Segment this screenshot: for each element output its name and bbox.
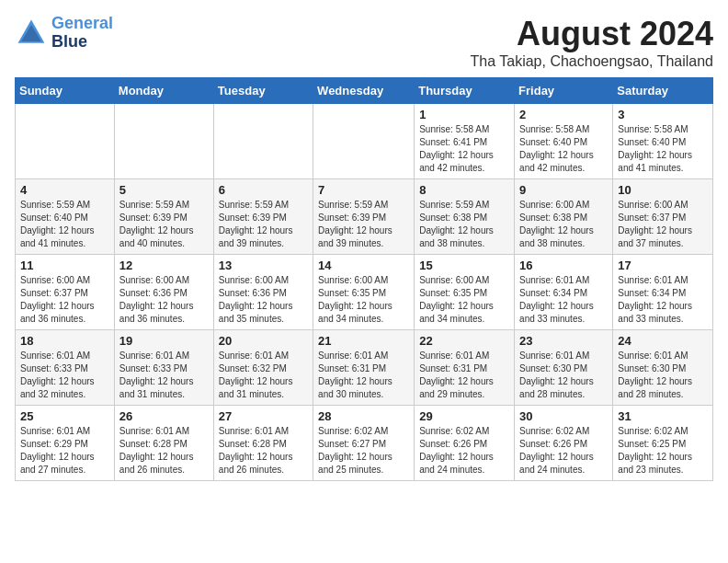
day-info: Sunrise: 6:00 AMSunset: 6:36 PMDaylight:… [219, 274, 308, 326]
calendar-cell: 7Sunrise: 5:59 AMSunset: 6:39 PMDaylight… [313, 179, 415, 255]
day-number: 9 [519, 183, 608, 197]
day-number: 23 [519, 334, 608, 348]
day-number: 1 [419, 108, 509, 121]
calendar-cell: 21Sunrise: 6:01 AMSunset: 6:31 PMDayligh… [313, 330, 415, 406]
day-number: 27 [219, 409, 308, 423]
day-info: Sunrise: 6:01 AMSunset: 6:33 PMDaylight:… [119, 350, 209, 401]
header-friday: Friday [515, 78, 613, 104]
day-info: Sunrise: 5:59 AMSunset: 6:38 PMDaylight:… [419, 199, 509, 250]
calendar-cell [313, 104, 415, 179]
day-number: 2 [519, 108, 608, 121]
header-wednesday: Wednesday [313, 78, 415, 104]
calendar-subtitle: Tha Takiap, Chachoengsao, Thailand [471, 53, 713, 70]
day-number: 26 [119, 409, 209, 423]
header-monday: Monday [114, 78, 213, 104]
day-number: 6 [219, 183, 308, 197]
day-info: Sunrise: 6:02 AMSunset: 6:26 PMDaylight:… [519, 425, 608, 477]
day-number: 25 [20, 409, 109, 423]
day-info: Sunrise: 6:01 AMSunset: 6:34 PMDaylight:… [519, 274, 608, 326]
day-info: Sunrise: 6:01 AMSunset: 6:31 PMDaylight:… [318, 350, 409, 401]
title-block: August 2024 Tha Takiap, Chachoengsao, Th… [471, 15, 713, 70]
day-number: 13 [219, 259, 308, 272]
page-header: General Blue August 2024 Tha Takiap, Cha… [15, 15, 713, 70]
logo-text: General Blue [51, 15, 113, 52]
day-info: Sunrise: 5:58 AMSunset: 6:40 PMDaylight:… [519, 123, 608, 175]
logo: General Blue [15, 15, 113, 52]
day-number: 8 [419, 183, 509, 197]
calendar-cell: 20Sunrise: 6:01 AMSunset: 6:32 PMDayligh… [213, 330, 313, 406]
calendar-table: SundayMondayTuesdayWednesdayThursdayFrid… [15, 77, 713, 481]
calendar-cell: 3Sunrise: 5:58 AMSunset: 6:40 PMDaylight… [613, 104, 713, 179]
day-info: Sunrise: 6:01 AMSunset: 6:32 PMDaylight:… [219, 350, 308, 401]
calendar-cell: 28Sunrise: 6:02 AMSunset: 6:27 PMDayligh… [313, 406, 415, 481]
day-number: 22 [419, 334, 509, 348]
calendar-cell: 17Sunrise: 6:01 AMSunset: 6:34 PMDayligh… [613, 255, 713, 330]
day-number: 24 [618, 334, 708, 348]
day-number: 16 [519, 259, 608, 272]
logo-icon [15, 17, 48, 50]
calendar-cell: 4Sunrise: 5:59 AMSunset: 6:40 PMDaylight… [16, 179, 115, 255]
calendar-cell: 8Sunrise: 5:59 AMSunset: 6:38 PMDaylight… [415, 179, 515, 255]
day-number: 20 [219, 334, 308, 348]
day-info: Sunrise: 6:01 AMSunset: 6:28 PMDaylight:… [119, 425, 209, 477]
day-number: 5 [119, 183, 209, 197]
day-info: Sunrise: 6:01 AMSunset: 6:33 PMDaylight:… [20, 350, 109, 401]
calendar-cell: 14Sunrise: 6:00 AMSunset: 6:35 PMDayligh… [313, 255, 415, 330]
calendar-cell: 15Sunrise: 6:00 AMSunset: 6:35 PMDayligh… [415, 255, 515, 330]
week-row-1: 1Sunrise: 5:58 AMSunset: 6:41 PMDaylight… [16, 104, 713, 179]
week-row-2: 4Sunrise: 5:59 AMSunset: 6:40 PMDaylight… [16, 179, 713, 255]
day-info: Sunrise: 6:00 AMSunset: 6:35 PMDaylight:… [318, 274, 409, 326]
day-info: Sunrise: 5:59 AMSunset: 6:39 PMDaylight:… [318, 199, 409, 250]
day-number: 17 [618, 259, 708, 272]
day-info: Sunrise: 6:02 AMSunset: 6:27 PMDaylight:… [318, 425, 409, 477]
header-saturday: Saturday [613, 78, 713, 104]
day-info: Sunrise: 6:02 AMSunset: 6:26 PMDaylight:… [419, 425, 509, 477]
calendar-cell: 10Sunrise: 6:00 AMSunset: 6:37 PMDayligh… [613, 179, 713, 255]
day-info: Sunrise: 6:01 AMSunset: 6:34 PMDaylight:… [618, 274, 708, 326]
day-number: 29 [419, 409, 509, 423]
calendar-cell: 30Sunrise: 6:02 AMSunset: 6:26 PMDayligh… [515, 406, 613, 481]
header-sunday: Sunday [16, 78, 115, 104]
calendar-cell: 16Sunrise: 6:01 AMSunset: 6:34 PMDayligh… [515, 255, 613, 330]
day-info: Sunrise: 5:59 AMSunset: 6:39 PMDaylight:… [119, 199, 209, 250]
calendar-cell: 31Sunrise: 6:02 AMSunset: 6:25 PMDayligh… [613, 406, 713, 481]
calendar-cell: 2Sunrise: 5:58 AMSunset: 6:40 PMDaylight… [515, 104, 613, 179]
day-info: Sunrise: 5:58 AMSunset: 6:41 PMDaylight:… [419, 123, 509, 175]
day-info: Sunrise: 6:01 AMSunset: 6:30 PMDaylight:… [618, 350, 708, 401]
calendar-cell: 24Sunrise: 6:01 AMSunset: 6:30 PMDayligh… [613, 330, 713, 406]
calendar-cell: 11Sunrise: 6:00 AMSunset: 6:37 PMDayligh… [16, 255, 115, 330]
day-info: Sunrise: 6:00 AMSunset: 6:37 PMDaylight:… [618, 199, 708, 250]
calendar-cell [16, 104, 115, 179]
day-number: 15 [419, 259, 509, 272]
day-info: Sunrise: 5:59 AMSunset: 6:40 PMDaylight:… [20, 199, 109, 250]
calendar-cell: 12Sunrise: 6:00 AMSunset: 6:36 PMDayligh… [114, 255, 213, 330]
day-number: 31 [618, 409, 708, 423]
day-info: Sunrise: 6:02 AMSunset: 6:25 PMDaylight:… [618, 425, 708, 477]
calendar-cell: 1Sunrise: 5:58 AMSunset: 6:41 PMDaylight… [415, 104, 515, 179]
calendar-cell: 6Sunrise: 5:59 AMSunset: 6:39 PMDaylight… [213, 179, 313, 255]
calendar-title: August 2024 [471, 15, 713, 53]
calendar-cell: 26Sunrise: 6:01 AMSunset: 6:28 PMDayligh… [114, 406, 213, 481]
calendar-cell: 22Sunrise: 6:01 AMSunset: 6:31 PMDayligh… [415, 330, 515, 406]
week-row-3: 11Sunrise: 6:00 AMSunset: 6:37 PMDayligh… [16, 255, 713, 330]
day-number: 18 [20, 334, 109, 348]
day-info: Sunrise: 6:01 AMSunset: 6:31 PMDaylight:… [419, 350, 509, 401]
calendar-cell: 27Sunrise: 6:01 AMSunset: 6:28 PMDayligh… [213, 406, 313, 481]
calendar-cell: 9Sunrise: 6:00 AMSunset: 6:38 PMDaylight… [515, 179, 613, 255]
day-number: 7 [318, 183, 409, 197]
calendar-cell: 25Sunrise: 6:01 AMSunset: 6:29 PMDayligh… [16, 406, 115, 481]
calendar-cell [213, 104, 313, 179]
day-number: 3 [618, 108, 708, 121]
day-info: Sunrise: 6:00 AMSunset: 6:35 PMDaylight:… [419, 274, 509, 326]
calendar-cell: 19Sunrise: 6:01 AMSunset: 6:33 PMDayligh… [114, 330, 213, 406]
day-info: Sunrise: 6:00 AMSunset: 6:37 PMDaylight:… [20, 274, 109, 326]
day-number: 10 [618, 183, 708, 197]
day-info: Sunrise: 6:01 AMSunset: 6:29 PMDaylight:… [20, 425, 109, 477]
day-info: Sunrise: 6:01 AMSunset: 6:30 PMDaylight:… [519, 350, 608, 401]
day-info: Sunrise: 5:59 AMSunset: 6:39 PMDaylight:… [219, 199, 308, 250]
day-number: 12 [119, 259, 209, 272]
week-row-4: 18Sunrise: 6:01 AMSunset: 6:33 PMDayligh… [16, 330, 713, 406]
day-number: 4 [20, 183, 109, 197]
calendar-header-row: SundayMondayTuesdayWednesdayThursdayFrid… [16, 78, 713, 104]
calendar-cell: 18Sunrise: 6:01 AMSunset: 6:33 PMDayligh… [16, 330, 115, 406]
